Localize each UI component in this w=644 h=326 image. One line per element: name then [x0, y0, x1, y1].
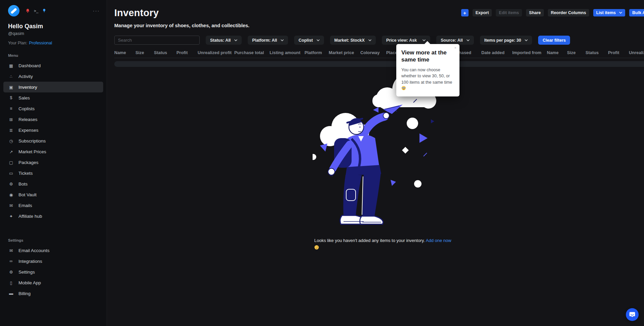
nerd-face-emoji — [401, 86, 406, 90]
notification-bell-icon[interactable] — [26, 8, 30, 13]
filter-chip-label: Market: StockX — [334, 38, 365, 43]
sidebar-item-affiliate-hub[interactable]: ✦ Affiliate hub — [3, 211, 103, 221]
edit-items-button[interactable]: Edit items — [496, 9, 522, 16]
sidebar-item-expenses[interactable]: ≣ Expenses — [3, 125, 103, 135]
bulk-actions-label: Bulk Actions — [632, 10, 644, 15]
sidebar-item-email-accounts[interactable]: ✉ Email Accounts — [3, 245, 103, 256]
filter-chip-label: Platform: All — [252, 38, 277, 43]
reorder-columns-button[interactable]: Reorder Columns — [548, 9, 589, 16]
sidebar-item-billing[interactable]: ▬ Billing — [3, 288, 103, 299]
filter-chip-coplist[interactable]: Coplist — [294, 36, 324, 45]
sidebar-menu-dots[interactable]: ··· — [93, 9, 100, 12]
export-button[interactable]: Export — [473, 9, 492, 16]
filter-chip-status[interactable]: Status: All — [206, 36, 242, 45]
sidebar-item-label: Emails — [18, 203, 32, 208]
affiliate-hub-icon: ✦ — [8, 214, 14, 219]
sidebar-item-label: Packages — [18, 160, 38, 165]
column-header: Name — [114, 50, 135, 55]
packages-box-icon: ▢ — [8, 160, 14, 165]
sidebar-item-market-prices[interactable]: ↗ Market Prices — [3, 146, 103, 157]
chevron-down-icon — [234, 39, 237, 41]
list-items-label: List items — [596, 10, 616, 15]
sidebar-item-inventory[interactable]: ▣ Inventory — [3, 82, 103, 92]
billing-card-icon: ▬ — [8, 291, 14, 296]
settings-section-label: Settings — [0, 238, 107, 242]
releases-calendar-icon: ⊞ — [8, 117, 14, 122]
chevron-down-icon — [467, 39, 470, 41]
sidebar-item-settings[interactable]: ⚙ Settings — [3, 267, 103, 277]
bots-robot-icon: ⚙ — [8, 181, 14, 187]
sidebar-item-bot-vault[interactable]: ◉ Bot Vault — [3, 189, 103, 200]
sidebar-item-subscriptions[interactable]: ◷ Subscriptions — [3, 135, 103, 146]
filter-chip-label: Coplist — [298, 38, 313, 43]
sidebar-item-coplists[interactable]: ≡ Coplists — [3, 103, 103, 114]
terminal-icon[interactable]: >_ — [34, 9, 38, 13]
sidebar-item-label: Dashboard — [18, 63, 41, 68]
sidebar-item-emails[interactable]: ✉ Emails — [3, 200, 103, 211]
integrations-link-icon: ∞ — [8, 259, 14, 263]
sidebar-item-releases[interactable]: ⊞ Releases — [3, 114, 103, 125]
filter-chip-price-view[interactable]: Price view: Ask — [382, 36, 430, 45]
add-item-button[interactable]: + — [461, 9, 469, 16]
main-content: Inventory + Export Edit items Share Reor… — [107, 0, 644, 326]
sidebar-item-integrations[interactable]: ∞ Integrations — [3, 256, 103, 267]
chevron-down-icon — [525, 39, 528, 41]
sidebar-item-sales[interactable]: $ Sales — [3, 92, 103, 103]
search-input[interactable] — [114, 36, 200, 45]
column-header: Unrealized profit — [629, 50, 644, 55]
column-header: Name — [547, 50, 567, 55]
sidebar-item-label: Sales — [18, 95, 30, 100]
empty-table-row — [114, 61, 644, 67]
sidebar-item-label: Inventory — [18, 85, 37, 90]
filter-chip-source[interactable]: Source: All — [436, 36, 474, 45]
bot-vault-key-icon: ◉ — [8, 192, 14, 197]
sidebar-item-tickets[interactable]: ▭ Tickets — [3, 168, 103, 178]
subscriptions-timer-icon: ◷ — [8, 138, 14, 144]
app-root: >_ ··· Hello Qasim @qasim Your Plan:Prof… — [0, 0, 644, 326]
plan-value-link[interactable]: Professional — [29, 41, 52, 45]
sidebar-menu: ▦ Dashboard ∴ Activity ▣ Inventory $ Sal… — [0, 60, 107, 221]
sidebar-item-mobile-app[interactable]: ▯ Mobile App — [3, 277, 103, 288]
bulk-actions-dropdown[interactable]: Bulk Actions — [629, 9, 644, 16]
column-header: Colorway — [360, 50, 386, 55]
sidebar-item-label: Mobile App — [18, 280, 41, 285]
username: @qasim — [8, 31, 98, 36]
filter-chips: Status: All Platform: All Coplist Market… — [206, 36, 532, 45]
filter-chip-items-per-page[interactable]: Items per page: 30 — [480, 36, 532, 45]
column-header: Status — [154, 50, 176, 55]
sidebar-item-activity[interactable]: ∴ Activity — [3, 71, 103, 82]
empty-state-message: Looks like you haven't added any items t… — [314, 238, 425, 243]
chevron-down-icon — [368, 39, 371, 41]
app-logo[interactable] — [8, 5, 19, 16]
column-header: Date added — [481, 50, 512, 55]
filter-chip-platform[interactable]: Platform: All — [248, 36, 288, 45]
share-button[interactable]: Share — [526, 9, 544, 16]
filter-chip-label: Items per page: 30 — [484, 38, 521, 43]
column-header: Unrealized profit — [198, 50, 234, 55]
sidebar-item-packages[interactable]: ▢ Packages — [3, 157, 103, 168]
sidebar-header: >_ ··· — [0, 5, 107, 17]
filter-chip-market[interactable]: Market: StockX — [330, 36, 376, 45]
sidebar-item-label: Tickets — [18, 171, 33, 176]
sidebar-item-label: Activity — [18, 74, 33, 79]
clear-filters-button[interactable]: Clear filters — [538, 36, 570, 45]
plan-label: Your Plan: — [8, 41, 27, 45]
list-items-dropdown[interactable]: List items — [593, 9, 625, 16]
sidebar-item-label: Email Accounts — [18, 248, 49, 253]
sidebar-item-label: Market Prices — [18, 149, 46, 154]
column-header: Size — [135, 50, 154, 55]
add-one-now-link[interactable]: Add one now — [426, 238, 451, 243]
toolbar: + Export Edit items Share Reorder Column… — [461, 9, 644, 16]
sidebar-settings: ✉ Email Accounts ∞ Integrations ⚙ Settin… — [0, 245, 107, 299]
lightbulb-icon[interactable] — [42, 8, 46, 13]
sidebar-item-bots[interactable]: ⚙ Bots — [3, 178, 103, 189]
empty-state: Looks like you haven't added any items t… — [314, 238, 451, 250]
chat-launcher-button[interactable] — [626, 308, 639, 321]
items-per-page-tooltip: × View more at the same time You can now… — [396, 44, 459, 96]
mobile-app-phone-icon: ▯ — [8, 280, 14, 285]
column-header: Platform — [305, 50, 329, 55]
sidebar-item-label: Releases — [18, 117, 37, 122]
close-icon[interactable]: × — [454, 46, 456, 50]
sidebar-item-dashboard[interactable]: ▦ Dashboard — [3, 60, 103, 71]
column-header: Status — [586, 50, 608, 55]
